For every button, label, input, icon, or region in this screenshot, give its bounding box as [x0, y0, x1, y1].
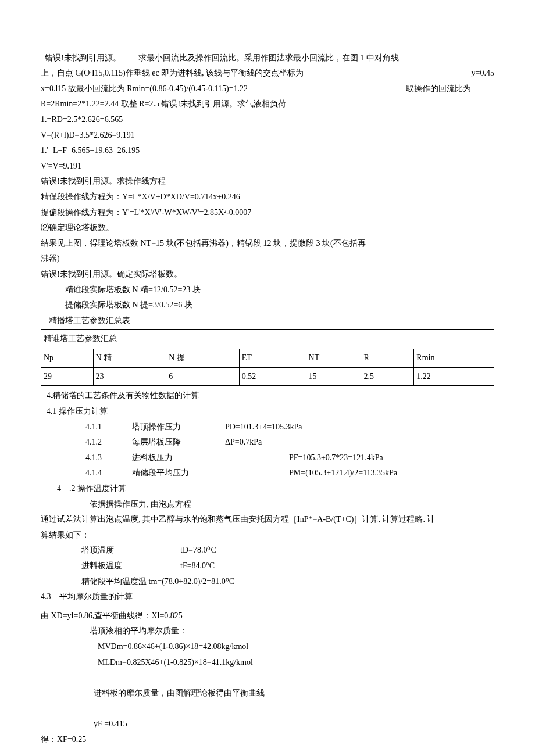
text-line: 错误!未找到引用源。求操作线方程: [41, 174, 494, 189]
table-header: NT: [306, 349, 361, 368]
text-line: V=(R+l)D=3.5*2.626=9.191: [41, 128, 494, 144]
text-line: 塔顶液相的平均摩尔质量：: [41, 624, 494, 639]
text-line: R=2Rmin=2*1.22=2.44 取整 R=2.5 错误!未找到引用源。求…: [41, 96, 494, 112]
value: tD=78.0⁰C: [180, 543, 216, 558]
text-line: 精储段平均温度温 tm=(78.0+82.0)/2=81.0⁰C: [41, 574, 494, 590]
text-line: ⑵确定理论塔板数。: [41, 220, 494, 236]
param-row: 4.1.1 塔顶操作压力 PD=101.3+4=105.3kPa: [41, 420, 494, 435]
text-line: 精谁段实际塔板数 N 精=12/0.52=23 块: [41, 282, 494, 298]
text: x=0.l15 故最小回流比为 Rmin=(0.86-0.45)/(0.45-0…: [41, 81, 248, 97]
heading: 4.精储塔的工艺条件及有关物性数据的计算: [41, 388, 494, 404]
text: 进料板的摩尔质量，由图解理论板得由平衡曲线: [94, 689, 265, 697]
text-line: 进料板的摩尔质量，由图解理论板得由平衡曲线 yF =0.415: [41, 670, 494, 732]
num: 4.1.1: [85, 420, 132, 435]
table-header: R: [361, 349, 414, 368]
value: y=0.45: [472, 66, 494, 81]
table-cell: 2.5: [361, 367, 414, 386]
params-table: 精谁塔工艺参数汇总 Np N 精 N 提 ET NT R Rmin 29 23 …: [41, 329, 494, 386]
param-row: 进料板温度 tF=84.0°C: [41, 558, 494, 574]
value: PF=105.3+0.7*23=121.4kPa: [289, 450, 383, 466]
text-line: 沸器): [41, 251, 494, 267]
text-line: 通过试差法计算出泡点温度, 其中乙醇与水的饱和蒸气压由安托因方程［InP*=A-…: [41, 512, 494, 528]
text-line: 精僅段操作线方程为：Y=L*X/V+D*XD/V=0.714x+0.246: [41, 189, 494, 205]
text-line: 错误!未找到引用源。求最小回流比及操作回流比。采用作图法求最小回流比，在图 1 …: [41, 35, 494, 66]
table-title: 精谁塔工艺参数汇总: [41, 330, 494, 349]
table-cell: 15: [306, 367, 361, 386]
label: 塔顶操作压力: [132, 420, 225, 435]
label: 每层塔板压降: [132, 435, 225, 450]
param-row: 4.1.2 每层塔板压降 ΔP=0.7kPa: [41, 435, 494, 450]
text-line: MVDm=0.86×46+(1-0.86)×18=42.08kg/kmol: [41, 639, 494, 655]
text-line: 提储段实际塔板数 N 提=3/0.52=6 块: [41, 298, 494, 313]
table-cell: 1.22: [414, 367, 494, 386]
value: ΔP=0.7kPa: [225, 435, 262, 450]
text: 求最小回流比及操作回流比。采用作图法求最小回流比，在图 1 中对角线: [138, 53, 399, 62]
error-ref: 错误!未找到引用源。: [45, 53, 121, 62]
num: 4.1.4: [85, 465, 132, 481]
table-header: Rmin: [414, 349, 494, 368]
param-row: 4.1.3 进料板压力 PF=105.3+0.7*23=121.4kPa: [41, 450, 494, 466]
param-row: 塔顶温度 tD=78.0⁰C: [41, 543, 494, 558]
text: 取操作的回流比为: [406, 81, 471, 97]
value: yF =0.415: [94, 719, 127, 728]
label: 精储段平均压力: [132, 465, 225, 481]
label: 进料板压力: [132, 450, 225, 466]
value: tF=84.0°C: [180, 558, 215, 574]
text-line: MLDm=0.825X46+(1-0.825)×18=41.1kg/kmol: [41, 655, 494, 671]
text-line: 依据据操作压力, 由泡点方程: [41, 497, 494, 513]
text-line: 提偏段操作线方程为：Y'=L'*X'/V'-W*XW/V'=2.85X²-0.0…: [41, 205, 494, 221]
table-row: Np N 精 N 提 ET NT R Rmin: [41, 349, 494, 368]
text-line: 错误!未找到引用源。确定实际塔板数。: [41, 267, 494, 282]
value: PD=101.3+4=105.3kPa: [225, 420, 302, 435]
table-cell: 0.52: [239, 367, 306, 386]
heading: 4.1 操作压力计算: [41, 404, 494, 420]
table-cell: 29: [41, 367, 94, 386]
text-line: 1.'=L+F=6.565+19.63=26.195: [41, 143, 494, 159]
table-caption: 精播塔工艺参数汇总表: [41, 313, 494, 329]
text: 上，自点 G(O·I15,0.115)作垂线 ec 即为进料线, 该线与平衡线的…: [41, 66, 304, 81]
heading: 4 .2 操作温度计算: [41, 481, 494, 497]
num: 4.1.2: [85, 435, 132, 450]
num: 4.1.3: [85, 450, 132, 466]
heading: 4.3 平均摩尔质量的计算: [41, 589, 494, 605]
label: 进料板温度: [81, 558, 180, 574]
text-line: x=0.l15 故最小回流比为 Rmin=(0.86-0.45)/(0.45-0…: [41, 81, 494, 97]
table-header: N 提: [166, 349, 240, 368]
text-line: 上，自点 G(O·I15,0.115)作垂线 ec 即为进料线, 该线与平衡线的…: [41, 66, 494, 81]
text-line: 由 XD=yl=0.86,查平衡曲线得：Xl=0.825: [41, 608, 494, 624]
table-header: Np: [41, 349, 94, 368]
text-line: 1.=RD=2.5*2.626=6.565: [41, 112, 494, 128]
table-row: 29 23 6 0.52 15 2.5 1.22: [41, 367, 494, 386]
table-header: ET: [239, 349, 306, 368]
label: 塔顶温度: [81, 543, 180, 558]
param-row: 4.1.4 精储段平均压力 PM=(105.3+121.4)/2=113.35k…: [41, 465, 494, 481]
table-cell: 6: [166, 367, 240, 386]
table-cell: 23: [93, 367, 166, 386]
value: PM=(105.3+121.4)/2=113.35kPa: [289, 465, 397, 481]
text-line: 结果见上图，得理论塔板数 NT=15 块(不包括再沸器)，精锅段 12 块，提微…: [41, 236, 494, 252]
text-line: V'=V=9.191: [41, 159, 494, 174]
table-header: N 精: [93, 349, 166, 368]
text-line: 得：XF=0.25: [41, 732, 494, 748]
text-line: 算结果如下：: [41, 528, 494, 543]
table-row: 精谁塔工艺参数汇总: [41, 330, 494, 349]
